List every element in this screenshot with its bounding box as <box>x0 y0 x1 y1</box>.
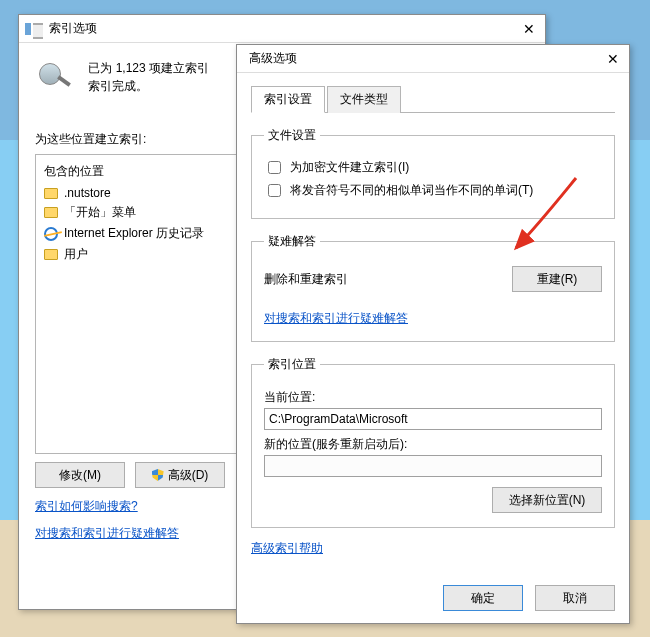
advanced-options-dialog: 高级选项 ✕ 索引设置 文件类型 文件设置 为加密文件建立索引(I) 将发音符号… <box>236 44 630 624</box>
rebuild-button[interactable]: 重建(R) <box>512 266 602 292</box>
diacritics-checkbox[interactable] <box>268 184 281 197</box>
dialog-title: 高级选项 <box>249 50 297 67</box>
close-icon[interactable]: ✕ <box>603 49 623 69</box>
encrypted-checkbox-label: 为加密文件建立索引(I) <box>290 159 409 176</box>
advanced-help-link[interactable]: 高级索引帮助 <box>251 541 323 555</box>
folder-icon <box>44 207 58 218</box>
ie-icon <box>44 227 58 241</box>
magnifier-icon <box>35 59 75 93</box>
index-location-group: 索引位置 当前位置: 新的位置(服务重新启动后): 选择新位置(N) <box>251 356 615 528</box>
status-text: 已为 1,123 项建立索引 索引完成。 <box>88 59 209 95</box>
uac-shield-icon <box>152 469 164 481</box>
list-item-label: .nutstore <box>64 186 111 200</box>
new-location-label: 新的位置(服务重新启动后): <box>264 436 602 453</box>
file-settings-legend: 文件设置 <box>264 127 320 144</box>
troubleshoot-legend: 疑难解答 <box>264 233 320 250</box>
modify-button[interactable]: 修改(M) <box>35 462 125 488</box>
folder-icon <box>44 188 58 199</box>
ok-button[interactable]: 确定 <box>443 585 523 611</box>
index-location-legend: 索引位置 <box>264 356 320 373</box>
new-location-field[interactable] <box>264 455 602 477</box>
list-item-label: Internet Explorer 历史记录 <box>64 225 204 242</box>
titlebar[interactable]: 索引选项 ✕ <box>19 15 545 43</box>
tab-index-settings[interactable]: 索引设置 <box>251 86 325 113</box>
advanced-button[interactable]: 高级(D) <box>135 462 225 488</box>
how-affect-search-link[interactable]: 索引如何影响搜索? <box>35 498 138 515</box>
current-location-label: 当前位置: <box>264 389 602 406</box>
tab-file-types[interactable]: 文件类型 <box>327 86 401 113</box>
status-count: 已为 1,123 项建立索引 <box>88 61 209 75</box>
status-done: 索引完成。 <box>88 79 148 93</box>
choose-new-location-button[interactable]: 选择新位置(N) <box>492 487 602 513</box>
advanced-button-label: 高级(D) <box>168 468 209 482</box>
titlebar[interactable]: 高级选项 ✕ <box>237 45 629 73</box>
troubleshoot-link[interactable]: 对搜索和索引进行疑难解答 <box>35 525 179 542</box>
current-location-field[interactable] <box>264 408 602 430</box>
troubleshoot-link[interactable]: 对搜索和索引进行疑难解答 <box>264 311 408 325</box>
dialog-title: 索引选项 <box>49 20 97 37</box>
diacritics-checkbox-row[interactable]: 将发音符号不同的相似单词当作不同的单词(T) <box>264 181 602 200</box>
troubleshoot-group: 疑难解答 删除和重建索引 重建(R) 对搜索和索引进行疑难解答 <box>251 233 615 342</box>
tabs: 索引设置 文件类型 <box>251 85 615 113</box>
cancel-button[interactable]: 取消 <box>535 585 615 611</box>
rebuild-label: 删除和重建索引 <box>264 271 348 288</box>
list-item-label: 用户 <box>64 246 88 263</box>
close-icon[interactable]: ✕ <box>519 19 539 39</box>
list-item-label: 「开始」菜单 <box>64 204 136 221</box>
encrypted-checkbox-row[interactable]: 为加密文件建立索引(I) <box>264 158 602 177</box>
folder-icon <box>44 249 58 260</box>
file-settings-group: 文件设置 为加密文件建立索引(I) 将发音符号不同的相似单词当作不同的单词(T) <box>251 127 615 219</box>
diacritics-checkbox-label: 将发音符号不同的相似单词当作不同的单词(T) <box>290 182 533 199</box>
index-icon <box>25 23 43 35</box>
encrypted-checkbox[interactable] <box>268 161 281 174</box>
